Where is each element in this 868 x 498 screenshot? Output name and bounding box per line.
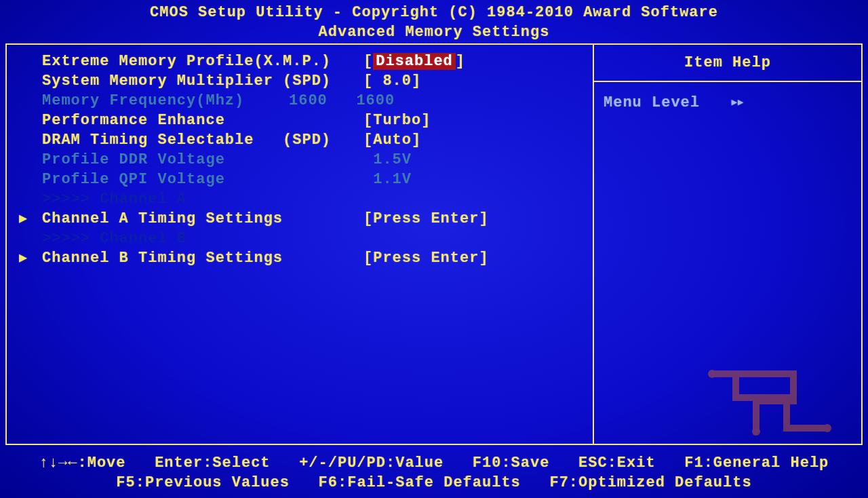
help-body: Menu Level ▸▸ [594, 82, 861, 123]
value: 1.1V [363, 170, 412, 189]
glyph-none [19, 130, 42, 150]
key-legend-line-1: ↑↓→←:Move Enter:Select +/-/PU/PD:Value F… [5, 453, 863, 473]
screen-title: Advanced Memory Settings [0, 22, 868, 42]
label: Extreme Memory Profile(X.M.P.) [42, 52, 363, 71]
menu-level-label: Menu Level [604, 94, 700, 111]
glyph-none [19, 71, 42, 91]
value: [Turbo] [363, 111, 431, 130]
settings-panel: Extreme Memory Profile(X.M.P.) [Disabled… [7, 45, 594, 444]
setting-xmp[interactable]: Extreme Memory Profile(X.M.P.) [Disabled… [19, 52, 587, 71]
submenu-arrow-icon: ▶ [19, 209, 42, 229]
glyph-none [19, 52, 42, 71]
glyph-none [19, 229, 42, 248]
divider-channel-a: >>>>> Channel A [19, 189, 587, 209]
help-panel: Item Help Menu Level ▸▸ [594, 45, 861, 444]
setting-dram-timing[interactable]: DRAM Timing Selectable (SPD) [Auto] [19, 130, 587, 150]
content-frame: Extreme Memory Profile(X.M.P.) [Disabled… [5, 43, 863, 445]
label: System Memory Multiplier (SPD) [42, 71, 363, 91]
glyph-none [19, 91, 42, 111]
submenu-channel-a-timing[interactable]: ▶ Channel A Timing Settings [Press Enter… [19, 209, 587, 229]
label: Channel B Timing Settings [42, 248, 363, 268]
glyph-none [19, 189, 42, 209]
setting-perf-enhance[interactable]: Performance Enhance [Turbo] [19, 111, 587, 130]
key-legend-line-2: F5:Previous Values F6:Fail-Safe Defaults… [5, 473, 863, 493]
label: Channel A Timing Settings [42, 209, 363, 229]
info-ddr-voltage: Profile DDR Voltage 1.5V [19, 150, 587, 170]
glyph-none [19, 150, 42, 170]
label: >>>>> Channel B [42, 229, 363, 248]
label: DRAM Timing Selectable (SPD) [42, 130, 363, 150]
value: [Press Enter] [363, 248, 489, 268]
submenu-channel-b-timing[interactable]: ▶ Channel B Timing Settings [Press Enter… [19, 248, 587, 268]
label: Profile DDR Voltage [42, 150, 363, 170]
value: [Press Enter] [363, 209, 489, 229]
value: [ 8.0] [363, 71, 421, 91]
label: Profile QPI Voltage [42, 170, 363, 189]
setting-mem-multiplier[interactable]: System Memory Multiplier (SPD) [ 8.0] [19, 71, 587, 91]
label: Performance Enhance [42, 111, 363, 130]
value: [Disabled] [363, 52, 465, 71]
label: >>>>> Channel A [42, 189, 363, 209]
title-bar: CMOS Setup Utility - Copyright (C) 1984-… [0, 0, 868, 42]
help-title: Item Help [594, 45, 861, 82]
glyph-none [19, 170, 42, 189]
info-mem-frequency: Memory Frequency(Mhz) 1600 1600 [19, 91, 587, 111]
glyph-none [19, 111, 42, 130]
copyright-line: CMOS Setup Utility - Copyright (C) 1984-… [0, 3, 868, 22]
label: Memory Frequency(Mhz) [42, 91, 289, 111]
value: 1.5V [363, 150, 412, 170]
value: [Auto] [363, 130, 421, 150]
value: 1600 1600 [289, 91, 395, 111]
submenu-arrow-icon: ▶ [19, 248, 42, 268]
menu-level-depth-icon: ▸▸ [730, 94, 743, 111]
info-qpi-voltage: Profile QPI Voltage 1.1V [19, 170, 587, 189]
key-legend: ↑↓→←:Move Enter:Select +/-/PU/PD:Value F… [5, 449, 863, 493]
divider-channel-b: >>>>> Channel B [19, 229, 587, 248]
